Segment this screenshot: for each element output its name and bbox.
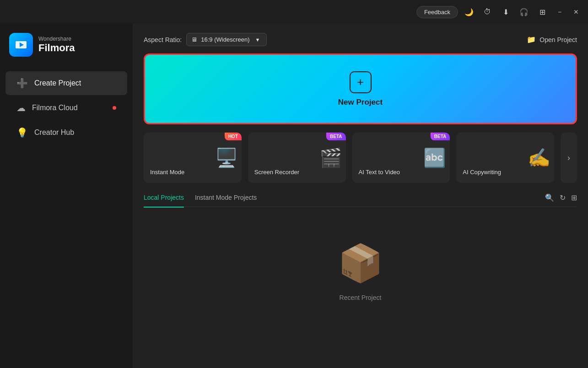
- open-project-button[interactable]: 📁 Open Project: [527, 35, 577, 44]
- main-layout: Wondershare Filmora ➕ Create Project ☁ F…: [0, 24, 588, 368]
- grid-icon[interactable]: ⊞: [535, 5, 550, 19]
- tab-local-projects[interactable]: Local Projects: [144, 192, 184, 208]
- quick-card-ai-text-to-video[interactable]: BETA 🔤 AI Text to Video: [352, 133, 450, 183]
- top-bar: Aspect Ratio: 🖥 16:9 (Widescreen) ▼ 📁 Op…: [144, 33, 577, 46]
- logo-text: Wondershare Filmora: [38, 36, 75, 54]
- empty-box-icon: 📦: [338, 242, 383, 285]
- sidebar-item-filmora-cloud[interactable]: ☁ Filmora Cloud: [5, 96, 127, 120]
- screen-recorder-badge: BETA: [326, 133, 345, 140]
- open-project-label: Open Project: [539, 36, 577, 43]
- sidebar-item-create-project[interactable]: ➕ Create Project: [5, 71, 127, 95]
- new-project-label: New Project: [338, 98, 383, 107]
- filmora-cloud-label: Filmora Cloud: [32, 104, 78, 112]
- refresh-icon[interactable]: ↻: [560, 193, 566, 202]
- screen-recorder-label: Screen Recorder: [254, 169, 299, 176]
- title-bar: Feedback 🌙 ⏱ ⬇ 🎧 ⊞ − ✕: [0, 0, 588, 24]
- logo-icon: [9, 33, 33, 57]
- logo-wonder: Wondershare: [38, 36, 75, 42]
- sidebar: Wondershare Filmora ➕ Create Project ☁ F…: [0, 24, 133, 368]
- close-button[interactable]: ✕: [570, 5, 583, 18]
- logo-filmora: Filmora: [38, 42, 75, 54]
- feedback-button[interactable]: Feedback: [416, 6, 458, 18]
- new-project-plus-icon: +: [350, 71, 372, 93]
- content-area: Aspect Ratio: 🖥 16:9 (Widescreen) ▼ 📁 Op…: [133, 24, 588, 368]
- ai-text-to-video-icon: 🔤: [423, 147, 446, 169]
- more-cards-button[interactable]: ›: [561, 133, 577, 183]
- ai-text-to-video-label: AI Text to Video: [359, 169, 400, 176]
- search-icon[interactable]: 🔍: [545, 193, 554, 202]
- quick-cards-row: HOT 🖥️ Instant Mode BETA 🎬 Screen Record…: [144, 133, 577, 183]
- instant-mode-icon: 🖥️: [215, 147, 238, 169]
- timer-icon[interactable]: ⏱: [480, 5, 495, 19]
- ai-copywriting-label: AI Copywriting: [463, 169, 501, 176]
- sidebar-item-creator-hub[interactable]: 💡 Creator Hub: [5, 121, 127, 144]
- nav-items: ➕ Create Project ☁ Filmora Cloud 💡 Creat…: [0, 71, 133, 144]
- grid-view-icon[interactable]: ⊞: [571, 193, 577, 202]
- creator-hub-label: Creator Hub: [34, 128, 74, 137]
- aspect-ratio-group: Aspect Ratio: 🖥 16:9 (Widescreen) ▼: [144, 33, 267, 46]
- filmora-cloud-icon: ☁: [16, 102, 26, 113]
- instant-mode-badge: HOT: [225, 133, 242, 140]
- projects-tabs: Local ProjectsInstant Mode Projects: [144, 192, 268, 203]
- aspect-ratio-select[interactable]: 🖥 16:9 (Widescreen) ▼: [186, 33, 267, 46]
- create-project-icon: ➕: [16, 78, 28, 89]
- headphone-icon[interactable]: 🎧: [517, 5, 531, 19]
- tab-instant-mode-projects[interactable]: Instant Mode Projects: [195, 192, 257, 203]
- screen-recorder-icon: 🎬: [319, 147, 342, 169]
- instant-mode-label: Instant Mode: [150, 169, 184, 176]
- create-project-label: Create Project: [34, 79, 81, 87]
- aspect-ratio-label: Aspect Ratio:: [144, 36, 182, 43]
- new-project-banner[interactable]: + New Project: [144, 53, 577, 124]
- logo-area: Wondershare Filmora: [0, 33, 133, 70]
- empty-state: 📦 Recent Project: [144, 214, 577, 310]
- projects-tab-actions: 🔍 ↻ ⊞: [545, 193, 577, 202]
- download-icon[interactable]: ⬇: [498, 5, 513, 19]
- minimize-button[interactable]: −: [553, 5, 566, 18]
- projects-section: Local ProjectsInstant Mode Projects 🔍 ↻ …: [144, 192, 577, 359]
- projects-tabs-bar: Local ProjectsInstant Mode Projects 🔍 ↻ …: [144, 192, 577, 207]
- notification-dot: [113, 106, 116, 110]
- aspect-ratio-value: 16:9 (Widescreen): [201, 36, 249, 43]
- creator-hub-icon: 💡: [16, 127, 28, 138]
- quick-card-screen-recorder[interactable]: BETA 🎬 Screen Recorder: [248, 133, 346, 183]
- chevron-down-icon: ▼: [255, 37, 260, 43]
- ai-copywriting-icon: ✍️: [528, 147, 550, 169]
- folder-icon: 📁: [527, 35, 536, 44]
- emoji-icon[interactable]: 🌙: [462, 5, 476, 19]
- chevron-right-icon: ›: [567, 153, 570, 163]
- quick-card-instant-mode[interactable]: HOT 🖥️ Instant Mode: [144, 133, 242, 183]
- quick-card-ai-copywriting[interactable]: ✍️ AI Copywriting: [456, 133, 554, 183]
- empty-state-label: Recent Project: [340, 294, 382, 301]
- ai-text-to-video-badge: BETA: [431, 133, 450, 140]
